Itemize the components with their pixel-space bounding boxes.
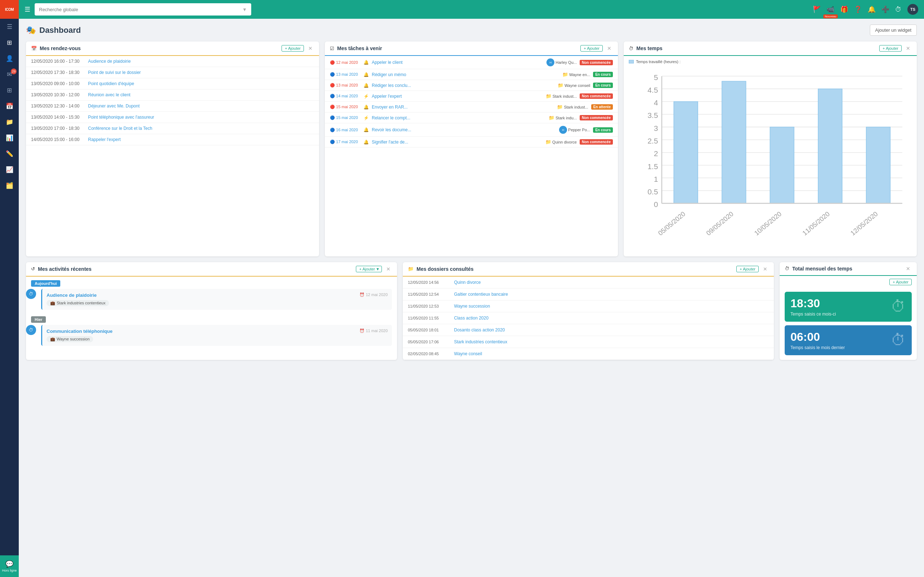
cal-event[interactable]: Audience de plaidoirie (88, 59, 131, 64)
file-name[interactable]: Stark industries contentieux (454, 339, 507, 344)
sidebar-item-menu[interactable]: ☰ (0, 19, 19, 35)
activites-add-button[interactable]: + Ajouter ▼ (356, 266, 382, 272)
activity-item-audience: Audience de plaidoirie ⏰ 12 mai 2020 💼 S… (41, 289, 392, 310)
task-assignee: 📁Stark indu... (549, 115, 577, 121)
task-status-badge: En attente (591, 104, 613, 110)
sidebar-item-chart[interactable]: 📊 (0, 130, 19, 146)
cal-event[interactable]: Conférence sur le Droit et la Tech (88, 126, 152, 131)
file-name[interactable]: Galtier contentieux bancaire (454, 292, 508, 297)
search-dropdown-icon[interactable]: ▼ (242, 7, 247, 12)
cal-event[interactable]: Point de suivi sur le dossier (88, 70, 141, 75)
calendar-icon: 📅 (31, 46, 37, 51)
file-name[interactable]: Dosanto class action 2020 (454, 327, 505, 332)
task-date: 🔴 15 mai 2020 (330, 105, 360, 109)
svg-text:09/05/2020: 09/05/2020 (704, 210, 735, 237)
sidebar-item-messages[interactable]: ✉ 29 (0, 66, 19, 82)
sidebar-item-table[interactable]: 🗂️ (0, 177, 19, 193)
task-status-badge: Non commencée (580, 139, 613, 145)
file-name[interactable]: Wayne conseil (454, 351, 482, 356)
total-temps-widget: ⏱ Total mensuel des temps ✕ + Ajouter 18… (780, 262, 917, 360)
task-name[interactable]: Appeler le client (372, 60, 544, 65)
taches-add-button[interactable]: + Ajouter (580, 45, 603, 52)
svg-text:11/05/2020: 11/05/2020 (801, 210, 831, 237)
briefcase-icon-2: 💼 (50, 337, 55, 342)
app-logo[interactable]: ICOM (0, 0, 19, 19)
sidebar-item-contacts[interactable]: 👤 (0, 50, 19, 66)
cal-event[interactable]: Point quotidien d'équipe (88, 81, 134, 86)
briefcase-icon: 💼 (50, 301, 55, 305)
current-month-card: 18:30 Temps saisis ce mois-ci ⏱ (785, 292, 912, 322)
search-input[interactable] (39, 7, 242, 12)
add-widget-button[interactable]: Ajouter un widget (870, 24, 917, 36)
file-row: 02/05/2020 08:45Wayne conseil (403, 348, 774, 360)
activity-title-row-2: Communication téléphonique ⏰ 11 mai 2020 (47, 329, 388, 334)
file-name[interactable]: Class action 2020 (454, 316, 488, 321)
gift-icon[interactable]: 🎁 (840, 5, 848, 13)
total-temps-close-button[interactable]: ✕ (905, 266, 912, 272)
file-name[interactable]: Quinn divorce (454, 280, 481, 285)
sidebar-item-grid[interactable]: ⊞ (0, 82, 19, 98)
task-icon: 🔔 (363, 105, 369, 110)
notification-icon[interactable]: 🔔 (868, 5, 876, 13)
dossiers-add-button[interactable]: + Ajouter (736, 266, 759, 272)
cal-event[interactable]: Réunion avec le client (88, 92, 130, 97)
video-icon[interactable]: 📹 Nouveau (827, 5, 835, 13)
cal-time: 12/05/2020 17:30 - 18:30 (31, 70, 85, 75)
last-month-info: 06:00 Temps saisis le mois dernier (790, 330, 845, 350)
rendez-vous-add-button[interactable]: + Ajouter (281, 45, 304, 52)
sidebar-item-calendar[interactable]: 📅 (0, 98, 19, 114)
task-name[interactable]: Rédiger un mémo (372, 72, 559, 77)
help-icon[interactable]: ❓ (854, 5, 862, 13)
sidebar-item-analytics[interactable]: 📈 (0, 161, 19, 177)
activity-sub-1: 💼 Stark industries contentieux (47, 300, 388, 306)
task-icon: 🔔 (363, 127, 369, 132)
add-icon[interactable]: ➕ (881, 5, 889, 13)
task-name[interactable]: Envoyer en RAR... (372, 105, 554, 110)
activity-title-comm[interactable]: Communication téléphonique (47, 329, 113, 334)
total-temps-add-button[interactable]: + Ajouter (889, 279, 912, 285)
menu-icon[interactable]: ☰ (24, 5, 30, 13)
task-folder-assignee: 📁Wayne conseil (558, 82, 590, 88)
sidebar-item-folder[interactable]: 📁 (0, 114, 19, 130)
task-name[interactable]: Appeler l'expert (372, 94, 543, 99)
file-time: 05/05/2020 17:06 (408, 340, 451, 344)
timeline-dot-1: ⏱ (26, 289, 36, 299)
last-month-card: 06:00 Temps saisis le mois dernier ⏱ (785, 325, 912, 355)
cal-event[interactable]: Rappeler l'expert (88, 137, 121, 142)
user-avatar[interactable]: TS (908, 4, 918, 15)
flag-icon[interactable]: 🚩 (813, 5, 821, 13)
task-icon: 🔔 (363, 140, 369, 145)
current-month-info: 18:30 Temps saisis ce mois-ci (790, 297, 836, 317)
task-folder-assignee: 📁Stark indu... (549, 115, 577, 121)
task-name[interactable]: Signifier l'acte de... (372, 140, 543, 145)
rendez-vous-close-button[interactable]: ✕ (307, 45, 314, 51)
task-name[interactable]: Rédiger les conclu... (372, 83, 555, 88)
chat-label: Hors ligne (2, 569, 17, 572)
cal-time: 13/05/2020 10:30 - 12:00 (31, 92, 85, 97)
task-assignee: 📁Stark indust... (546, 93, 577, 99)
task-name[interactable]: Relancer le compt... (372, 115, 546, 121)
file-name[interactable]: Wayne succession (454, 304, 490, 309)
last-month-time: 06:00 (790, 330, 845, 344)
cal-time: 13/05/2020 09:00 - 10:00 (31, 81, 85, 86)
task-icon: 🔔 (363, 83, 369, 88)
task-avatar-assignee: HHarley Qu... (546, 58, 577, 66)
top-widgets-grid: 📅 Mes rendez-vous + Ajouter ✕ 12/05/2020… (26, 42, 917, 256)
sidebar-item-edit[interactable]: ✏️ (0, 146, 19, 161)
activity-title-audience[interactable]: Audience de plaidoirie (47, 292, 97, 298)
dossiers-close-button[interactable]: ✕ (762, 266, 769, 272)
sidebar-chat[interactable]: 💬 Hors ligne (0, 555, 19, 577)
sidebar-item-dashboard[interactable]: ⊞ (0, 35, 19, 50)
temps-add-button[interactable]: + Ajouter (879, 45, 901, 52)
cal-event[interactable]: Point téléphonique avec l'assureur (88, 115, 154, 120)
activites-close-button[interactable]: ✕ (385, 266, 392, 272)
today-section: Aujourd'hui ⏱ Audience de plaidoirie ⏰ 1… (26, 277, 397, 313)
temps-close-button[interactable]: ✕ (905, 45, 912, 51)
task-row: 🔴 15 mai 2020 🔔 Envoyer en RAR... 📁Stark… (325, 102, 618, 113)
task-name[interactable]: Revoir les docume... (372, 127, 556, 132)
cal-event[interactable]: Déjeuner avec Me. Dupont (88, 103, 140, 108)
clock-icon[interactable]: ⏱ (895, 6, 901, 13)
calendar-row: 12/05/2020 17:30 - 18:30Point de suivi s… (26, 67, 319, 78)
activity-sub-2: 💼 Wayne succession (47, 336, 388, 342)
taches-close-button[interactable]: ✕ (606, 45, 613, 51)
